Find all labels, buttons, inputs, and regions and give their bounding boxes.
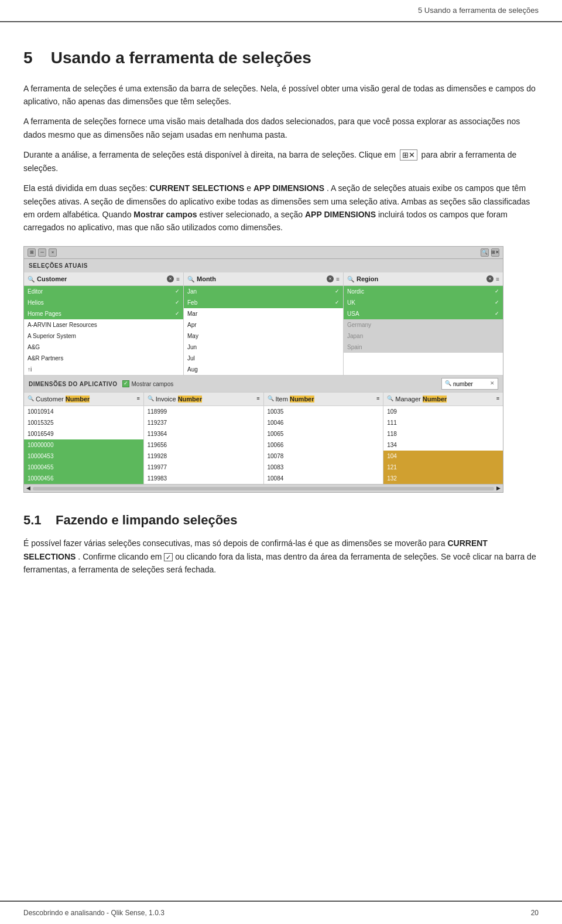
mn-item-1[interactable]: 109 [383,406,503,417]
itn-item-1[interactable]: 10035 [264,406,383,417]
sc-scrollbar[interactable]: ◀ ▶ [24,484,503,492]
customer-item-editor[interactable]: Editor✓ [24,286,183,297]
cn-item-5[interactable]: 10000453 [24,451,143,462]
cn-item-6[interactable]: 10000455 [24,462,143,473]
invoice-number-header: 🔍 Invoice Number ≡ [144,393,263,407]
itn-item-5[interactable]: 10078 [264,451,383,462]
sc-btn-tool[interactable]: ⊞✕ [491,248,499,257]
customer-item-arvin[interactable]: A-ARVIN Laser Resources [24,319,183,330]
footer-left: Descobrindo e analisando - Qlik Sense, 1… [23,908,165,918]
chapter-title-text: Usando a ferramenta de seleções [51,49,311,67]
region-item-usa[interactable]: USA✓ [344,308,503,319]
sc-btn-minimize[interactable]: ─ [38,248,46,257]
customer-panel-header: 🔍 Customer ✕ ≡ [24,272,183,287]
customer-item-homepages[interactable]: Home Pages✓ [24,308,183,319]
in-item-6[interactable]: 119977 [144,462,263,473]
chapter-number: 5 [23,49,33,67]
section-51-title: Fazendo e limpando seleções [56,513,238,527]
region-item-germany[interactable]: Germany [344,319,503,330]
dim-search-input[interactable] [453,381,488,387]
dim-search-clear[interactable]: ✕ [490,380,495,388]
cn-item-4[interactable]: 10000000 [24,439,143,451]
itn-item-3[interactable]: 10065 [264,428,383,439]
item-number-search-icon: 🔍 [268,395,274,403]
scroll-right-arrow[interactable]: ▶ [496,485,501,493]
mn-item-6[interactable]: 121 [383,462,503,473]
paragraph-1: A ferramenta de seleções é uma extensão … [23,82,539,108]
in-item-4[interactable]: 119656 [144,439,263,451]
region-item-spain[interactable]: Spain [344,342,503,353]
mn-item-7[interactable]: 132 [383,473,503,484]
sc-scrollbar-track [33,487,494,490]
month-panel-header: 🔍 Month ✕ ≡ [184,272,343,287]
section-51-heading: 5.1 Fazendo e limpando seleções [23,510,539,530]
month-item-jul[interactable]: Jul [184,353,343,364]
itn-item-7[interactable]: 10084 [264,473,383,484]
invoice-number-panel: 🔍 Invoice Number ≡ 118999 119237 119364 … [144,393,264,485]
top-bar: 5 Usando a ferramenta de seleções [0,0,562,22]
paragraph-2: A ferramenta de seleções fornece uma vis… [23,115,539,141]
cn-item-1[interactable]: 10010914 [24,406,143,417]
region-item-nordic[interactable]: Nordic✓ [344,286,503,297]
mn-item-2[interactable]: 111 [383,417,503,428]
cn-item-3[interactable]: 10016549 [24,428,143,439]
month-item-feb[interactable]: Feb✓ [184,297,343,308]
month-item-jan[interactable]: Jan✓ [184,286,343,297]
month-item-may[interactable]: May [184,330,343,342]
manager-number-search-icon: 🔍 [387,395,393,403]
sc-btn-resize[interactable]: ⊞ [28,248,36,257]
customer-number-title: Customer Number [36,394,90,404]
mn-item-3[interactable]: 118 [383,428,503,439]
item-number-title: Item Number [276,394,314,404]
scroll-left-arrow[interactable]: ◀ [26,485,30,493]
customer-item-ar[interactable]: A&R Partners [24,353,183,364]
section-51-p1: É possível fazer várias seleções consecu… [23,537,539,576]
customer-item-ag[interactable]: A&G [24,342,183,353]
customer-clear-btn[interactable]: ✕ [167,275,174,282]
invoice-number-title: Invoice Number [156,394,202,404]
customer-panel: 🔍 Customer ✕ ≡ Editor✓ Helios✓ Home Page… [24,272,184,376]
sc-btn-search[interactable]: 🔍 [481,248,489,257]
itn-item-4[interactable]: 10066 [264,439,383,451]
selection-panels: 🔍 Customer ✕ ≡ Editor✓ Helios✓ Home Page… [24,272,503,376]
manager-number-panel: 🔍 Manager Number ≡ 109 111 118 134 104 1… [383,393,503,485]
customer-item-superior[interactable]: A Superior System [24,330,183,342]
secoes-atuais-label: SELEÇÕES ATUAIS [24,259,503,272]
month-item-apr[interactable]: Apr [184,319,343,330]
month-item-jun[interactable]: Jun [184,342,343,353]
dim-search-box[interactable]: 🔍 ✕ [441,378,498,390]
month-item-mar[interactable]: Mar [184,308,343,319]
region-item-uk[interactable]: UK✓ [344,297,503,308]
invoice-number-list-icon: ≡ [256,395,259,403]
screenshot: ⊞ ─ × 🔍 ⊞✕ SELEÇÕES ATUAIS 🔍 [23,246,503,493]
sc-btn-close[interactable]: × [49,248,57,257]
region-panel-list-icon: ≡ [496,275,499,284]
in-item-7[interactable]: 119983 [144,473,263,484]
mn-item-5[interactable]: 104 [383,451,503,462]
customer-number-header: 🔍 Customer Number ≡ [24,393,143,407]
item-number-header: 🔍 Item Number ≡ [264,393,383,407]
region-item-japan[interactable]: Japan [344,330,503,342]
customer-number-list-icon: ≡ [136,395,139,403]
itn-item-6[interactable]: 10083 [264,462,383,473]
section-51-number: 5.1 [23,513,42,527]
customer-item-helios[interactable]: Helios✓ [24,297,183,308]
month-item-aug[interactable]: Aug [184,364,343,375]
manager-number-title: Manager Number [395,394,447,404]
region-panel-title: Region [357,274,484,284]
footer-right: 20 [531,908,539,918]
in-item-5[interactable]: 119928 [144,451,263,462]
month-clear-btn[interactable]: ✕ [327,275,334,282]
footer: Descobrindo e analisando - Qlik Sense, 1… [0,901,562,924]
mostrar-campos-checkbox[interactable]: ✓ Mostrar campos [122,380,174,388]
mn-item-4[interactable]: 134 [383,439,503,451]
customer-item-more: ↑i [24,364,183,375]
region-clear-btn[interactable]: ✕ [486,275,494,282]
dim-toolbar: DIMENSÕES DO APLICATIVO ✓ Mostrar campos… [24,376,503,393]
in-item-1[interactable]: 118999 [144,406,263,417]
in-item-3[interactable]: 119364 [144,428,263,439]
cn-item-2[interactable]: 10015325 [24,417,143,428]
in-item-2[interactable]: 119237 [144,417,263,428]
cn-item-7[interactable]: 10000456 [24,473,143,484]
itn-item-2[interactable]: 10046 [264,417,383,428]
